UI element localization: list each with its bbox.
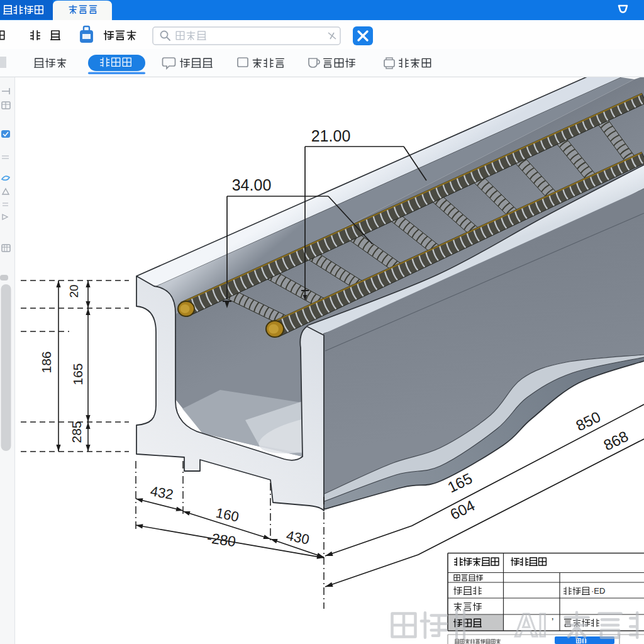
svg-text:34.00: 34.00 [232, 176, 272, 194]
svg-text:186: 186 [39, 351, 53, 373]
svg-text:21.00: 21.00 [311, 127, 351, 145]
svg-text:165: 165 [70, 363, 85, 385]
svg-text:20: 20 [67, 284, 80, 297]
svg-text:·ED: ·ED [591, 586, 605, 596]
svg-text:’: ’ [552, 616, 553, 626]
svg-text:285: 285 [69, 421, 84, 443]
svg-text:AI: AI [514, 607, 547, 643]
